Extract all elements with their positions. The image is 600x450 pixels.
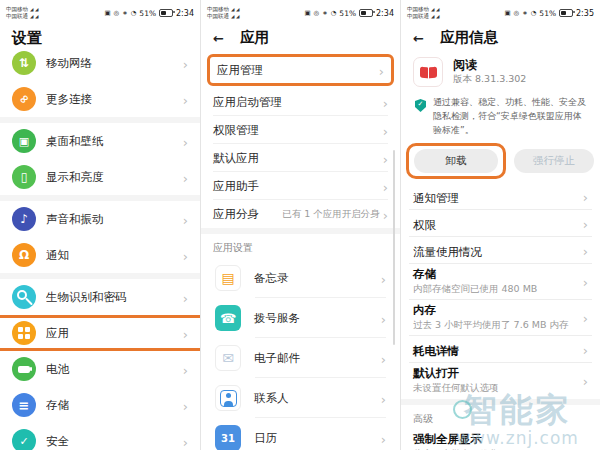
row-label: 权限管理 [213, 123, 383, 138]
row-memory[interactable]: 内存 过去 3 小时平均使用了 7.6 MB 内存 [401, 300, 600, 336]
storage-icon [12, 393, 36, 417]
reading-app-icon [413, 57, 443, 87]
row-label: 存储 [413, 267, 583, 282]
app-row-label: 电子邮件 [254, 351, 368, 366]
alarm-icon [331, 10, 337, 17]
carrier-signal-area: 中国移动 中国联通 [407, 6, 439, 20]
settings-row-wallpaper[interactable]: 桌面和壁纸 [0, 123, 200, 159]
settings-row-sound-vibration[interactable]: 声音和振动 [0, 201, 200, 237]
row-permissions[interactable]: 权限 [401, 210, 600, 237]
row-subtitle: 未设置任何默认选项 [413, 382, 583, 395]
battery-percent: 51% [139, 9, 156, 18]
app-header: 应用 [201, 23, 400, 51]
settings-row-mobile-network[interactable]: 移动网络 [0, 45, 200, 81]
apps-icon [12, 321, 36, 345]
app-row-calendar[interactable]: 31 日历 [201, 418, 400, 450]
settings-row-storage[interactable]: 存储 [0, 387, 200, 423]
app-version: 版本 8.31.3.302 [453, 73, 526, 86]
biometrics-password-icon [12, 285, 36, 309]
bluetooth-icon [122, 10, 127, 17]
app-row-label: 日历 [254, 431, 368, 446]
chevron-right-icon [183, 210, 188, 229]
chevron-right-icon [583, 241, 588, 260]
more-connections-icon [12, 87, 36, 111]
row-label: 默认应用 [213, 151, 383, 166]
row-label: 显示和亮度 [46, 170, 173, 185]
sound-vibration-icon [12, 207, 36, 231]
chevron-right-icon [183, 246, 188, 265]
back-icon[interactable] [213, 28, 224, 47]
signal-strength-icon [231, 13, 239, 20]
carrier-name: 中国联通 [207, 13, 229, 20]
settings-row-security[interactable]: 安全 [0, 423, 200, 450]
app-row-contacts[interactable]: 联系人 [201, 378, 400, 418]
back-icon[interactable] [413, 28, 424, 47]
chevron-right-icon [183, 360, 188, 379]
carrier-name: 中国移动 [6, 6, 28, 13]
row-label: 默认打开 [413, 366, 583, 381]
vowifi-icon [504, 10, 510, 17]
row-label: 强制全屏显示 [413, 432, 588, 447]
chevron-right-icon [183, 132, 188, 151]
vowifi-icon [304, 10, 310, 17]
clock-time: 2:34 [176, 9, 194, 18]
display-brightness-icon [12, 165, 36, 189]
dialer-app-icon [215, 305, 241, 331]
status-icons: 51% 2:35 [504, 9, 594, 18]
force-stop-button[interactable]: 强行停止 [514, 149, 594, 173]
row-label: 内存 [413, 303, 583, 318]
signal-strength-icon [30, 13, 38, 20]
settings-row-more-connections[interactable]: 更多连接 [0, 81, 200, 117]
chevron-right-icon [381, 349, 386, 368]
row-label: 安全 [46, 434, 173, 449]
mute-icon [114, 10, 120, 17]
chevron-right-icon [383, 177, 388, 196]
chevron-right-icon [583, 308, 588, 327]
app-name: 阅读 [453, 58, 526, 74]
highlight-box-app-management: 应用管理 [207, 54, 394, 86]
settings-row-battery[interactable]: 电池 [0, 351, 200, 387]
vowifi-icon [104, 10, 110, 17]
row-label: 通知 [46, 248, 173, 263]
apps-screen: 中国移动 中国联通 51% 2:34 应用 应用管理 应 [200, 0, 400, 450]
row-permission-management[interactable]: 权限管理 [201, 116, 400, 144]
row-default-apps[interactable]: 默认应用 [201, 144, 400, 172]
chevron-right-icon [381, 269, 386, 288]
wallpaper-icon [12, 129, 36, 153]
chevron-right-icon [183, 288, 188, 307]
settings-row-apps-highlighted[interactable]: 应用 [0, 315, 200, 351]
chevron-right-icon [381, 429, 386, 448]
chevron-right-icon [183, 324, 188, 343]
settings-row-biometrics-password[interactable]: 生物识别和密码 [0, 279, 200, 315]
row-notification-management[interactable]: 通知管理 [401, 183, 600, 210]
app-row-notepad[interactable]: 备忘录 [201, 258, 400, 298]
row-data-usage[interactable]: 流量使用情况 [401, 237, 600, 264]
row-storage[interactable]: 存储 内部存储空间已使用 480 MB [401, 264, 600, 300]
row-open-by-default[interactable]: 默认打开 未设置任何默认选项 [401, 363, 600, 399]
row-app-twin[interactable]: 应用分身 已有 1 个应用开启分身 [201, 200, 400, 228]
app-row-email[interactable]: 电子邮件 [201, 338, 400, 378]
row-label: 权限 [413, 218, 436, 232]
row-app-launch[interactable]: 应用启动管理 [201, 88, 400, 116]
row-app-management[interactable]: 应用管理 [210, 57, 391, 83]
chevron-right-icon [381, 309, 386, 328]
app-row-label: 联系人 [254, 391, 368, 406]
settings-row-display-brightness[interactable]: 显示和亮度 [0, 159, 200, 195]
scrollbar[interactable] [393, 150, 395, 345]
app-row-dialer[interactable]: 拨号服务 [201, 298, 400, 338]
bluetooth-icon [322, 10, 327, 17]
row-force-fullscreen[interactable]: 强制全屏显示 此应用未做全屏优化 [401, 429, 600, 450]
row-value: 已有 1 个应用开启分身 [282, 208, 380, 221]
battery-icon [359, 9, 373, 17]
chevron-right-icon [381, 389, 386, 408]
uninstall-button[interactable]: 卸载 [414, 149, 498, 173]
mobile-network-icon [12, 51, 36, 75]
row-label: 电池 [46, 362, 173, 377]
battery-icon [559, 9, 573, 17]
row-subtitle: 内部存储空间已使用 480 MB [413, 283, 583, 296]
settings-row-notifications[interactable]: 通知 [0, 237, 200, 273]
chevron-right-icon [379, 61, 384, 80]
row-app-assistant[interactable]: 应用助手 [201, 172, 400, 200]
chevron-right-icon [583, 187, 588, 206]
row-power-details[interactable]: 耗电详情 [401, 336, 600, 363]
